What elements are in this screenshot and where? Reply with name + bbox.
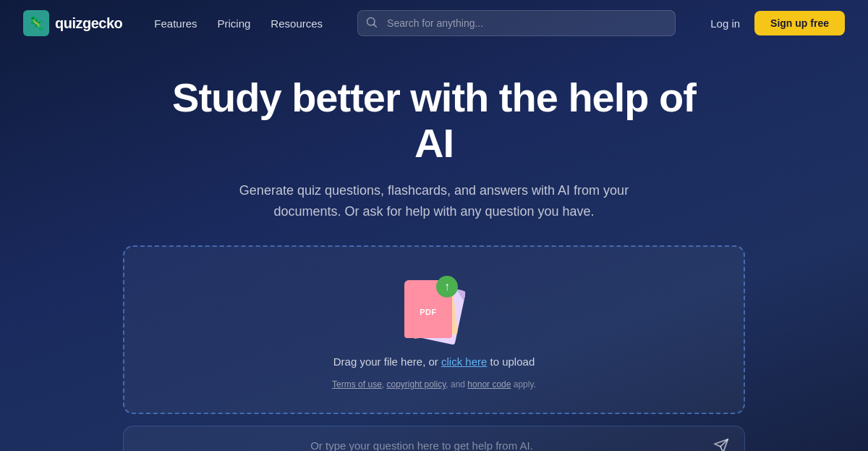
upload-illustration: PDF ↑ [394, 276, 474, 341]
send-button[interactable] [708, 433, 734, 451]
search-bar [357, 10, 676, 36]
nav-features[interactable]: Features [154, 17, 197, 30]
hero-subtitle: Generate quiz questions, flashcards, and… [224, 180, 644, 222]
login-link[interactable]: Log in [710, 17, 740, 30]
logo-icon: 🦎 [23, 10, 49, 36]
search-icon [366, 17, 377, 30]
logo[interactable]: 🦎 quizgecko [23, 10, 122, 36]
upload-dropzone[interactable]: PDF ↑ Drag your file here, or click here… [123, 245, 745, 414]
signup-button[interactable]: Sign up free [754, 11, 845, 35]
question-placeholder: Or type your question here to get help f… [310, 439, 533, 451]
drag-text2: to upload [487, 355, 535, 368]
question-input-area[interactable]: Or type your question here to get help f… [123, 426, 745, 451]
send-icon [713, 438, 729, 451]
upload-terms: Terms of use, copyright policy, and hono… [332, 379, 536, 389]
nav-links: Features Pricing Resources [154, 17, 323, 30]
search-input[interactable] [357, 10, 676, 36]
svg-line-1 [374, 25, 376, 27]
upload-arrow-icon: ↑ [436, 276, 458, 298]
hero-title: Study better with the help of AI [152, 75, 716, 166]
apply-text: apply. [511, 379, 535, 389]
nav-right: Log in Sign up free [710, 11, 845, 35]
terms-link[interactable]: Terms of use [332, 379, 382, 389]
upload-text: Drag your file here, or click here to up… [333, 355, 535, 368]
doc-front-label: PDF [420, 308, 437, 316]
honor-link[interactable]: honor code [467, 379, 511, 389]
copyright-link[interactable]: copyright policy [386, 379, 446, 389]
hero-section: Study better with the help of AI Generat… [0, 46, 868, 451]
nav-pricing[interactable]: Pricing [218, 17, 251, 30]
navbar: 🦎 quizgecko Features Pricing Resources L… [0, 0, 868, 46]
nav-resources[interactable]: Resources [271, 17, 323, 30]
click-here-link[interactable]: click here [441, 355, 487, 368]
logo-text: quizgecko [55, 15, 122, 32]
drag-text: Drag your file here, or [333, 355, 441, 368]
terms-and: , and [446, 379, 465, 389]
